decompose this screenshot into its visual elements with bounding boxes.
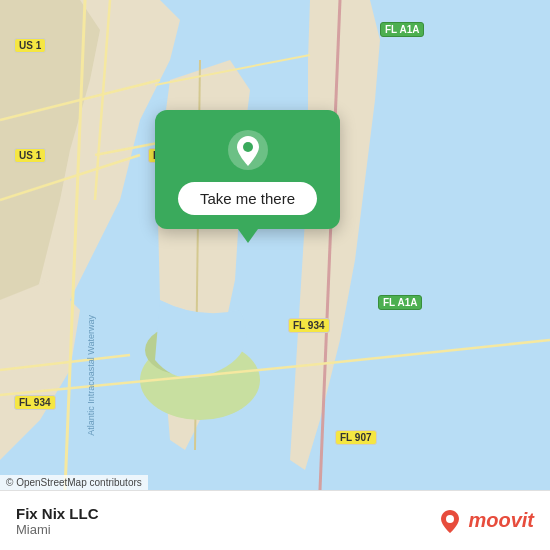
road-label-fl-907: FL 907 [335,430,377,445]
location-city: Miami [16,522,99,537]
road-label-fl-a1a-mid: FL A1A [378,295,422,310]
waterway-label: Atlantic Intracoastal Waterway [86,315,96,436]
road-label-fl-a1a-top: FL A1A [380,22,424,37]
location-info: Fix Nix LLC Miami [16,505,99,537]
svg-line-16 [310,340,550,365]
svg-marker-10 [290,0,380,470]
map-container: US 1 FL A1A FL 922 US 1 FL A1A FL 934 FL… [0,0,550,490]
svg-point-19 [243,142,253,152]
road-label-fl-934-left: FL 934 [14,395,56,410]
road-label-us1-top: US 1 [14,38,46,53]
moovit-brand-text: moovit [468,509,534,532]
svg-point-20 [446,515,454,523]
road-label-fl-934-right: FL 934 [288,318,330,333]
map-attribution: © OpenStreetMap contributors [0,475,148,490]
map-svg [0,0,550,490]
moovit-logo: moovit [436,507,534,535]
location-name: Fix Nix LLC [16,505,99,522]
bottom-bar: Fix Nix LLC Miami moovit [0,490,550,550]
location-pin-icon [226,128,270,172]
moovit-pin-icon [436,507,464,535]
popup-card: Take me there [155,110,340,229]
take-me-there-button[interactable]: Take me there [178,182,317,215]
road-label-us1-mid: US 1 [14,148,46,163]
